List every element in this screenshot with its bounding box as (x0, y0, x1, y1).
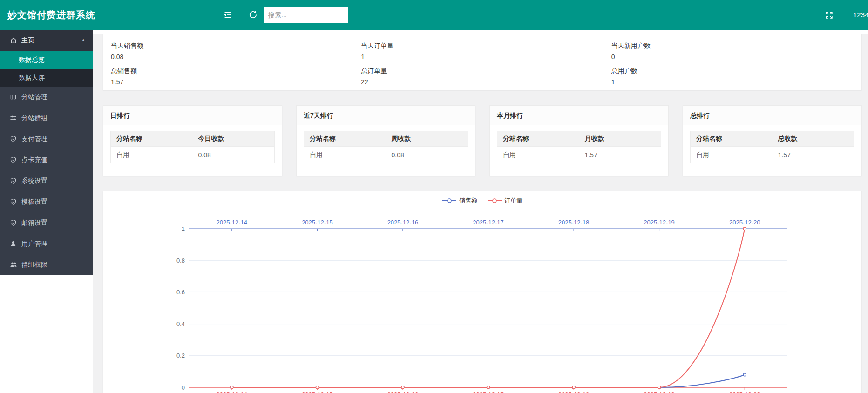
income-cell: 0.08 (386, 147, 468, 163)
stat-today-sales: 当天销售额 0.08 (111, 42, 361, 60)
shield-check-icon (9, 156, 17, 164)
svg-text:2025-12-16: 2025-12-16 (387, 391, 419, 393)
panel-title: 近7天排行 (297, 106, 475, 125)
sidebar-item-label: 主页 (21, 36, 34, 45)
sidebar-item-data-screen[interactable]: 数据大屏 (0, 69, 93, 87)
svg-text:2025-12-20: 2025-12-20 (729, 391, 760, 393)
sidebar-item-payment-manage[interactable]: 支付管理 (0, 129, 93, 149)
sidebar-item-label: 系统设置 (21, 177, 47, 185)
stat-today-orders: 当天订单量 1 (361, 42, 611, 60)
stat-value: 22 (361, 79, 611, 85)
app-header: 妙文馆付费进群系统 12345 (0, 0, 868, 30)
sidebar-item-label: 数据总览 (19, 56, 45, 64)
svg-text:2025-12-19: 2025-12-19 (644, 391, 675, 393)
stat-label: 当天销售额 (111, 42, 361, 49)
svg-text:0.8: 0.8 (176, 257, 185, 264)
ranking-table: 分站名称 月收款 自用 1.57 (497, 131, 661, 163)
col-income: 总收款 (773, 131, 854, 147)
stat-label: 当天订单量 (361, 42, 611, 49)
stat-value: 1 (611, 79, 861, 85)
legend-label: 订单量 (504, 196, 522, 205)
shield-check-icon (9, 219, 17, 227)
weekly-ranking-panel: 近7天排行 分站名称 周收款 自用 0.08 (296, 105, 475, 176)
sidebar-item-label: 点卡充值 (21, 156, 47, 164)
table-row: 自用 0.08 (111, 147, 275, 163)
ranking-panels: 日排行 分站名称 今日收款 自用 0.08 近7天排行 (103, 105, 862, 176)
svg-text:0.4: 0.4 (176, 320, 185, 327)
shield-check-icon (9, 177, 17, 185)
sidebar-item-label: 用户管理 (21, 240, 47, 248)
table-row: 自用 0.08 (304, 147, 468, 163)
sidebar-item-group-permissions[interactable]: 群组权限 (0, 254, 93, 275)
stat-label: 总销售额 (111, 68, 361, 74)
col-site-name: 分站名称 (497, 131, 579, 147)
sidebar-spacer (0, 275, 93, 393)
search-box (264, 7, 348, 23)
stat-value: 1.57 (111, 79, 361, 85)
col-income: 月收款 (579, 131, 661, 147)
sidebar-item-system-settings[interactable]: 系统设置 (0, 170, 93, 191)
sidebar-item-substation-manage[interactable]: 分站管理 (0, 87, 93, 108)
sidebar-item-label: 邮箱设置 (21, 219, 47, 227)
stat-total-orders: 总订单量 22 (361, 68, 611, 85)
stat-label: 总订单量 (361, 68, 611, 74)
site-name-cell: 自用 (691, 147, 773, 163)
sidebar-item-data-overview[interactable]: 数据总览 (0, 51, 93, 69)
columns-icon (9, 93, 17, 101)
chart-legend: 销售额 订单量 (103, 191, 861, 205)
shield-check-icon (9, 135, 17, 143)
col-site-name: 分站名称 (111, 131, 193, 147)
svg-text:2025-12-18: 2025-12-18 (558, 391, 590, 393)
sidebar-item-label: 分站群组 (21, 114, 47, 122)
stat-label: 总用户数 (611, 68, 861, 74)
ranking-table: 分站名称 周收款 自用 0.08 (304, 131, 468, 163)
svg-text:0: 0 (182, 384, 185, 391)
current-user[interactable]: 12345 (853, 0, 868, 30)
svg-text:2025-12-18: 2025-12-18 (558, 219, 590, 226)
sidebar-item-label: 分站管理 (21, 93, 47, 102)
sidebar-item-mail-settings[interactable]: 邮箱设置 (0, 212, 93, 233)
legend-item-orders[interactable]: 订单量 (488, 196, 522, 205)
stat-label: 当天新用户数 (611, 42, 861, 49)
refresh-icon[interactable] (249, 10, 258, 19)
sidebar-item-user-manage[interactable]: 用户管理 (0, 233, 93, 254)
legend-marker-orders (493, 199, 496, 203)
panel-title: 本月排行 (490, 106, 668, 125)
svg-text:2025-12-15: 2025-12-15 (302, 391, 333, 393)
legend-item-sales[interactable]: 销售额 (442, 196, 477, 205)
sidebar-item-template-settings[interactable]: 模板设置 (0, 191, 93, 212)
svg-text:2025-12-16: 2025-12-16 (387, 219, 419, 226)
stat-value: 0 (611, 54, 861, 60)
stat-total-sales: 总销售额 1.57 (111, 68, 361, 85)
main-content: 当天销售额 0.08 总销售额 1.57 当天订单量 1 总订单量 22 当天新… (93, 30, 868, 393)
col-income: 周收款 (386, 131, 468, 147)
col-site-name: 分站名称 (304, 131, 386, 147)
sidebar-item-label: 群组权限 (21, 261, 47, 269)
users-icon (9, 261, 17, 269)
svg-text:0.2: 0.2 (176, 352, 185, 359)
user-icon (9, 240, 17, 248)
ranking-table: 分站名称 总收款 自用 1.57 (690, 131, 854, 163)
stat-value: 1 (361, 54, 611, 60)
sales-orders-chart-card: 销售额 订单量 00.20.40.60.812025-12-142025-12-… (103, 191, 862, 393)
income-cell: 1.57 (579, 147, 661, 163)
fullscreen-icon[interactable] (825, 11, 834, 20)
svg-text:2025-12-20: 2025-12-20 (729, 219, 760, 226)
stats-summary-card: 当天销售额 0.08 总销售额 1.57 当天订单量 1 总订单量 22 当天新… (103, 34, 862, 90)
sidebar-item-card-recharge[interactable]: 点卡充值 (0, 149, 93, 170)
site-name-cell: 自用 (304, 147, 386, 163)
sidebar-item-substation-groups[interactable]: 分站群组 (0, 108, 93, 129)
sidebar-item-home[interactable]: 主页 ▲ (0, 30, 93, 51)
svg-text:2025-12-19: 2025-12-19 (644, 219, 675, 226)
sidebar-item-label: 模板设置 (21, 198, 47, 206)
content-top-strip (93, 30, 868, 34)
svg-text:2025-12-14: 2025-12-14 (217, 391, 248, 393)
collapse-menu-icon[interactable] (223, 11, 232, 19)
site-name-cell: 自用 (111, 147, 193, 163)
stat-today-new-users: 当天新用户数 0 (611, 42, 861, 60)
sliders-icon (9, 114, 17, 122)
sidebar-nav: 主页 ▲ 数据总览 数据大屏 分站管理 分站群组 (0, 30, 93, 275)
search-input[interactable] (264, 7, 348, 23)
legend-marker-sales (448, 199, 451, 203)
svg-text:0.6: 0.6 (176, 289, 185, 296)
